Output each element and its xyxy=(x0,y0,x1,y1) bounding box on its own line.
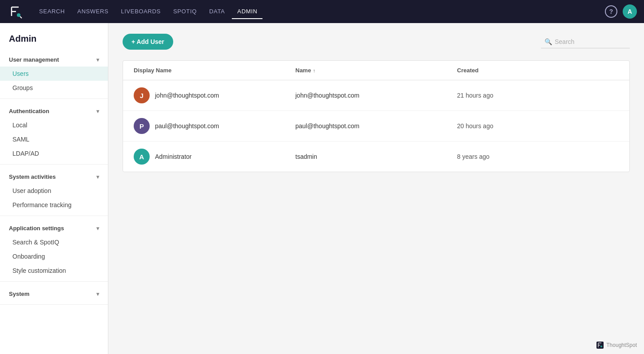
nav-link-data[interactable]: DATA xyxy=(204,4,230,19)
cell-display-row-paul: P paul@thoughtspot.com xyxy=(134,118,295,134)
sidebar-section-label-system-activities: System activities xyxy=(9,173,56,180)
sidebar-item-search-spotiq[interactable]: Search & SpotIQ xyxy=(0,235,108,249)
avatar: A xyxy=(134,149,150,165)
sidebar-item-groups[interactable]: Groups xyxy=(0,81,108,95)
cell-display-row-john: J john@thoughtspot.com xyxy=(134,87,295,103)
sidebar: Admin User management▾UsersGroupsAuthent… xyxy=(0,23,108,354)
sidebar-section-label-system: System xyxy=(9,291,29,297)
sidebar-item-performance-tracking[interactable]: Performance tracking xyxy=(0,198,108,212)
cell-created-row-paul: 20 hours ago xyxy=(457,122,619,130)
table-header: Display NameName↑Created xyxy=(123,61,629,80)
toolbar: + Add User 🔍 xyxy=(123,34,630,50)
sidebar-section-header-system-activities[interactable]: System activities▾ xyxy=(0,168,108,184)
sidebar-item-saml[interactable]: SAML xyxy=(0,132,108,146)
cell-name-row-paul: paul@thoughtspot.com xyxy=(295,122,457,130)
table-row[interactable]: P paul@thoughtspot.com paul@thoughtspot.… xyxy=(123,111,629,142)
table-header-display-name: Display Name xyxy=(134,67,295,74)
sidebar-section-header-authentication[interactable]: Authentication▾ xyxy=(0,102,108,118)
nav-link-answers[interactable]: ANSWERS xyxy=(72,4,114,19)
nav-link-liveboards[interactable]: LIVEBOARDS xyxy=(115,4,166,19)
sidebar-section-label-authentication: Authentication xyxy=(9,108,49,114)
table-row[interactable]: J john@thoughtspot.com john@thoughtspot.… xyxy=(123,80,629,111)
table-header-created: Created xyxy=(457,67,619,74)
sidebar-item-style-customization[interactable]: Style customization xyxy=(0,264,108,278)
chevron-icon: ▾ xyxy=(96,174,99,180)
sidebar-section-system: System▾ xyxy=(0,285,108,305)
sidebar-item-ldap[interactable]: LDAP/AD xyxy=(0,146,108,161)
sidebar-item-local[interactable]: Local xyxy=(0,118,108,132)
footer: ThoughtSpot xyxy=(596,342,637,349)
sidebar-section-system-activities: System activities▾User adoptionPerforman… xyxy=(0,168,108,216)
add-user-button[interactable]: + Add User xyxy=(123,34,173,50)
svg-point-4 xyxy=(17,13,20,17)
chevron-icon: ▾ xyxy=(96,108,99,114)
display-name-text: paul@thoughtspot.com xyxy=(155,122,219,130)
table-row[interactable]: A Administrator tsadmin8 years ago xyxy=(123,142,629,172)
sidebar-section-label-user-management: User management xyxy=(9,56,59,63)
help-button[interactable]: ? xyxy=(605,5,617,18)
cell-created-row-john: 21 hours ago xyxy=(457,92,619,99)
topnav: SEARCHANSWERSLIVEBOARDSSPOTIQDATAADMIN ?… xyxy=(0,0,644,23)
nav-links: SEARCHANSWERSLIVEBOARDSSPOTIQDATAADMIN xyxy=(34,4,605,19)
footer-brand: ThoughtSpot xyxy=(606,342,637,348)
sidebar-section-header-user-management[interactable]: User management▾ xyxy=(0,51,108,67)
sidebar-item-users[interactable]: Users xyxy=(0,67,108,81)
display-name-text: john@thoughtspot.com xyxy=(155,92,219,99)
avatar: P xyxy=(134,118,150,134)
nav-link-spotiq[interactable]: SPOTIQ xyxy=(168,4,202,19)
search-box[interactable]: 🔍 xyxy=(541,35,630,48)
chevron-icon: ▾ xyxy=(96,57,99,63)
search-input[interactable] xyxy=(555,38,626,45)
nav-link-admin[interactable]: ADMIN xyxy=(232,4,262,19)
sidebar-section-application-settings: Application settings▾Search & SpotIQOnbo… xyxy=(0,220,108,282)
cell-name-row-john: john@thoughtspot.com xyxy=(295,92,457,99)
table-header-name[interactable]: Name↑ xyxy=(295,67,457,74)
sort-arrow-name: ↑ xyxy=(313,68,315,73)
cell-name-row-admin: tsadmin xyxy=(295,153,457,160)
chevron-icon: ▾ xyxy=(96,291,99,297)
sidebar-title: Admin xyxy=(0,23,108,51)
sidebar-section-header-application-settings[interactable]: Application settings▾ xyxy=(0,220,108,235)
sidebar-item-user-adoption[interactable]: User adoption xyxy=(0,184,108,198)
sidebar-section-authentication: Authentication▾LocalSAMLLDAP/AD xyxy=(0,102,108,165)
table-body: J john@thoughtspot.com john@thoughtspot.… xyxy=(123,80,629,172)
sidebar-sections: User management▾UsersGroupsAuthenticatio… xyxy=(0,51,108,305)
main-layout: Admin User management▾UsersGroupsAuthent… xyxy=(0,23,644,354)
users-table: Display NameName↑Created J john@thoughts… xyxy=(123,60,630,172)
search-icon: 🔍 xyxy=(545,38,552,45)
display-name-text: Administrator xyxy=(155,153,191,160)
main-content: + Add User 🔍 Display NameName↑Created J … xyxy=(108,23,644,354)
nav-link-search[interactable]: SEARCH xyxy=(34,4,70,19)
logo[interactable] xyxy=(7,4,23,20)
topnav-right: ? A xyxy=(605,4,637,19)
avatar: J xyxy=(134,87,150,103)
cell-display-row-admin: A Administrator xyxy=(134,149,295,165)
svg-point-10 xyxy=(600,346,602,347)
sidebar-section-label-application-settings: Application settings xyxy=(9,225,64,232)
chevron-icon: ▾ xyxy=(96,225,99,232)
sidebar-item-onboarding[interactable]: Onboarding xyxy=(0,249,108,264)
sidebar-section-user-management: User management▾UsersGroups xyxy=(0,51,108,99)
user-avatar[interactable]: A xyxy=(623,4,637,19)
sidebar-section-header-system[interactable]: System▾ xyxy=(0,285,108,301)
cell-created-row-admin: 8 years ago xyxy=(457,153,619,160)
